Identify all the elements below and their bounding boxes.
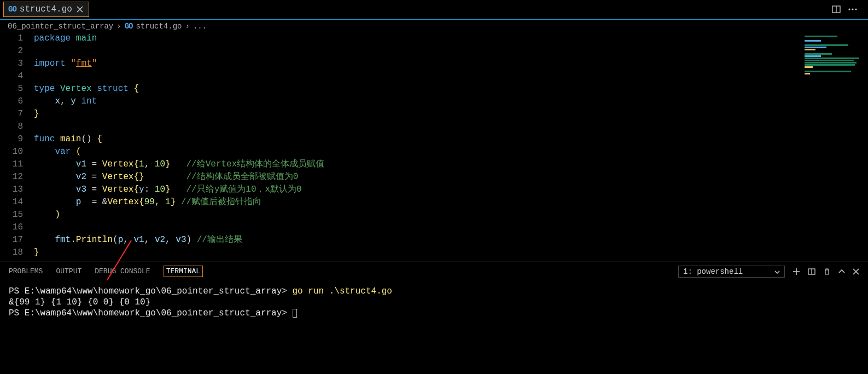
svg-point-3: [852, 8, 853, 10]
breadcrumb-file[interactable]: struct4.go: [136, 22, 182, 31]
breadcrumb-trail[interactable]: ...: [193, 22, 207, 31]
kill-terminal-button[interactable]: [823, 268, 831, 275]
line-number: 1: [0, 32, 23, 45]
terminal[interactable]: PS E:\wamp64\www\homework_go\06_pointer_…: [0, 280, 868, 373]
panel-tab-bar: PROBLEMS OUTPUT DEBUG CONSOLE TERMINAL 1…: [0, 261, 868, 280]
tab-terminal[interactable]: TERMINAL: [164, 266, 203, 277]
code-line[interactable]: }: [34, 108, 868, 120]
line-number: 10: [0, 146, 23, 158]
line-number: 8: [0, 120, 23, 133]
line-number: 7: [0, 108, 23, 120]
split-terminal-button[interactable]: [808, 268, 815, 275]
tab-output[interactable]: OUTPUT: [56, 267, 81, 275]
terminal-prompt: PS E:\wamp64\www\homework_go\06_pointer_…: [9, 308, 287, 318]
code-line[interactable]: x, y int: [34, 95, 868, 108]
line-number: 18: [0, 246, 23, 259]
tab-bar: GO struct4.go: [0, 0, 868, 19]
go-file-icon: GO: [125, 22, 133, 31]
tab-label: struct4.go: [20, 4, 72, 14]
chevron-right-icon: ›: [185, 22, 189, 31]
line-number: 11: [0, 158, 23, 171]
go-file-icon: GO: [8, 5, 16, 14]
chevron-down-icon: [774, 267, 780, 276]
code-line[interactable]: }: [34, 246, 868, 259]
line-number: 2: [0, 45, 23, 57]
tab-debug-console[interactable]: DEBUG CONSOLE: [95, 267, 150, 275]
code-line[interactable]: ): [34, 209, 868, 221]
line-number: 13: [0, 183, 23, 196]
terminal-cursor: [293, 309, 297, 318]
code-line[interactable]: type Vertex struct {: [34, 83, 868, 95]
code-line[interactable]: package main: [34, 32, 868, 45]
split-editor-icon[interactable]: [832, 5, 841, 14]
tab-problems[interactable]: PROBLEMS: [9, 267, 43, 275]
new-terminal-button[interactable]: [793, 268, 800, 275]
code-line[interactable]: [34, 221, 868, 234]
terminal-line: PS E:\wamp64\www\homework_go\06_pointer_…: [9, 308, 859, 319]
line-number: 4: [0, 70, 23, 83]
code-line[interactable]: fmt.Println(p, v1, v2, v3) //输出结果: [34, 234, 868, 246]
svg-point-2: [848, 8, 850, 10]
chevron-right-icon: ›: [116, 22, 121, 31]
close-tab-button[interactable]: [75, 5, 84, 14]
terminal-command: go run .\struct4.go: [293, 286, 392, 296]
code-line[interactable]: func main() {: [34, 133, 868, 146]
minimap[interactable]: [802, 32, 868, 261]
line-number: 15: [0, 209, 23, 221]
code-line[interactable]: import "fmt": [34, 57, 868, 70]
more-actions-icon[interactable]: [848, 8, 857, 10]
terminal-selector[interactable]: 1: powershell: [678, 266, 785, 278]
breadcrumb[interactable]: 06_pointer_struct_array › GO struct4.go …: [0, 19, 868, 32]
maximize-panel-button[interactable]: [838, 269, 845, 274]
terminal-selector-label: 1: powershell: [683, 267, 743, 276]
editor[interactable]: 123456789101112131415161718 package main…: [0, 32, 868, 261]
code-line[interactable]: var (: [34, 146, 868, 158]
line-number: 6: [0, 95, 23, 108]
terminal-line: PS E:\wamp64\www\homework_go\06_pointer_…: [9, 286, 859, 297]
breadcrumb-folder[interactable]: 06_pointer_struct_array: [8, 22, 113, 31]
code-line[interactable]: v3 = Vertex{y: 10} //只给y赋值为10，x默认为0: [34, 183, 868, 196]
close-panel-button[interactable]: [853, 268, 859, 275]
line-number: 12: [0, 171, 23, 183]
code-area[interactable]: package mainimport "fmt"type Vertex stru…: [34, 32, 868, 261]
editor-tab-struct4[interactable]: GO struct4.go: [3, 2, 89, 17]
code-line[interactable]: p = &Vertex{99, 1} //赋值后被指针指向: [34, 196, 868, 209]
line-number: 3: [0, 57, 23, 70]
svg-point-4: [855, 8, 857, 10]
code-line[interactable]: v2 = Vertex{} //结构体成员全部被赋值为0: [34, 171, 868, 183]
line-number: 5: [0, 83, 23, 95]
terminal-output-line: &{99 1} {1 10} {0 0} {0 10}: [9, 297, 859, 308]
line-number: 14: [0, 196, 23, 209]
code-line[interactable]: v1 = Vertex{1, 10} //给Vertex结构体的全体成员赋值: [34, 158, 868, 171]
line-number-gutter: 123456789101112131415161718: [0, 32, 34, 261]
code-line[interactable]: [34, 70, 868, 83]
code-line[interactable]: [34, 45, 868, 57]
line-number: 16: [0, 221, 23, 234]
line-number: 17: [0, 234, 23, 246]
terminal-prompt: PS E:\wamp64\www\homework_go\06_pointer_…: [9, 286, 287, 296]
line-number: 9: [0, 133, 23, 146]
code-line[interactable]: [34, 120, 868, 133]
